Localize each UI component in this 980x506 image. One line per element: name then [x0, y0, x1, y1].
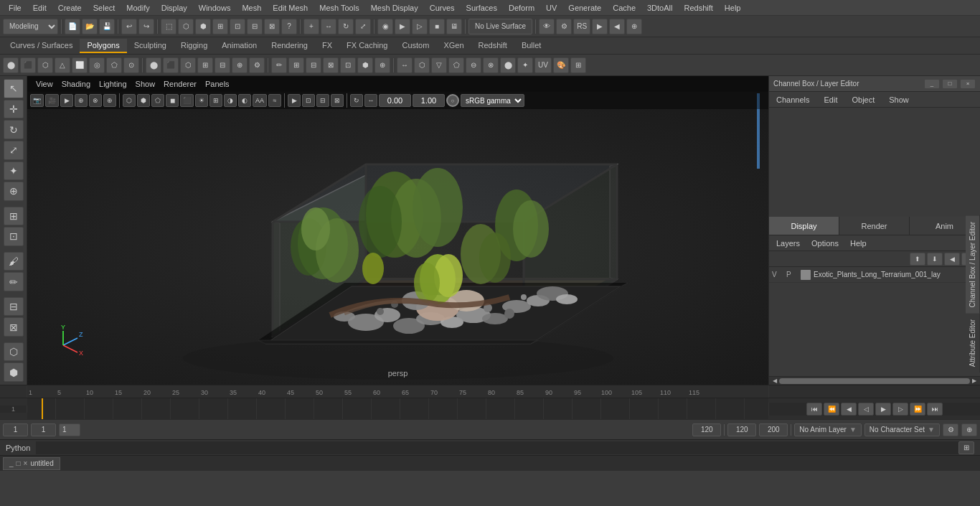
vp-wireframe-btn[interactable]: ⬡ [123, 94, 136, 107]
vp-light-btn[interactable]: ☀ [195, 94, 208, 107]
live-surface-indicator[interactable]: No Live Surface [468, 19, 532, 34]
snap-to-point[interactable]: ⊠ [264, 19, 280, 34]
cb-show-menu[interactable]: Show [885, 94, 913, 106]
char-set-select[interactable]: No Character Set ▼ [864, 423, 940, 436]
tab-custom[interactable]: Custom [395, 39, 437, 53]
tab-xgen[interactable]: XGen [436, 39, 471, 53]
show-hide-button[interactable]: 👁 [539, 19, 555, 34]
next-frame-button[interactable]: ⏩ [910, 403, 925, 416]
transfer-btn[interactable]: ⊞ [570, 57, 586, 73]
undo-button[interactable]: ↩ [121, 19, 137, 34]
scale-button[interactable]: ⤢ [355, 19, 371, 34]
layer-move-down-button[interactable]: ⬇ [927, 253, 943, 266]
menu-generate[interactable]: Generate [562, 2, 607, 14]
snap-to-grid[interactable]: ⊡ [230, 19, 245, 34]
connect-tool[interactable]: ⊞ [288, 57, 304, 73]
render-layer-left[interactable]: ⊠ [4, 317, 24, 337]
boolean-btn[interactable]: ⊖ [466, 57, 481, 73]
remesh-btn[interactable]: ⬠ [448, 57, 464, 73]
vp-cam-btn6[interactable]: ⊕ [103, 94, 116, 107]
poly-cube-button[interactable]: ⬛ [20, 57, 36, 73]
menu-mesh-tools[interactable]: Mesh Tools [314, 2, 364, 14]
cube-variant[interactable]: ⬛ [163, 57, 179, 73]
menu-mesh[interactable]: Mesh [236, 2, 267, 14]
vp-motion-btn[interactable]: ≈ [268, 94, 281, 107]
lasso-select-button[interactable]: ⬡ [178, 19, 194, 34]
go-to-start-button[interactable]: ⏮ [806, 403, 822, 416]
vp-renderer-menu[interactable]: Renderer [159, 78, 201, 90]
layer-move-up-button[interactable]: ⬆ [910, 253, 925, 266]
poly-cylinder-button[interactable]: ⬡ [37, 57, 53, 73]
bridge-tool[interactable]: ⊟ [306, 57, 321, 73]
window-tab-untitled[interactable]: _ □ × untitled [3, 457, 60, 470]
prev-frame-button[interactable]: ⏪ [824, 403, 839, 416]
tab-curves-surfaces[interactable]: Curves / Surfaces [3, 39, 80, 53]
display-layer-left[interactable]: ⊟ [4, 297, 24, 317]
move-button[interactable]: ↔ [321, 19, 336, 34]
vp-lighting-menu[interactable]: Lighting [95, 78, 131, 90]
menu-modify[interactable]: Modify [121, 2, 155, 14]
vp-smooth-btn[interactable]: ⬢ [137, 94, 150, 107]
status-settings-button[interactable]: ⚙ [943, 423, 958, 436]
range-end-input[interactable] [692, 423, 721, 436]
rotate-mode-button[interactable]: ↻ [4, 120, 24, 139]
menu-create[interactable]: Create [52, 2, 88, 14]
timeline-ruler[interactable]: 1 5 10 15 20 25 30 35 40 45 50 55 60 65 … [27, 385, 768, 398]
sculpt-btn[interactable]: ✦ [517, 57, 533, 73]
rs-btn4[interactable]: ⊕ [626, 19, 642, 34]
sphere-variant[interactable]: ⬤ [146, 57, 161, 73]
attribute-editor-vertical-tab[interactable]: Attribute Editor [966, 314, 980, 373]
poly-pipe-button[interactable]: ⊙ [123, 57, 139, 73]
display-tab[interactable]: Display [769, 217, 839, 235]
show-manip-button[interactable]: ⊞ [4, 207, 24, 226]
render-tab[interactable]: Render [839, 217, 910, 235]
tab-animation[interactable]: Animation [215, 39, 264, 53]
render-button[interactable]: ▶ [395, 19, 410, 34]
vp-panels-menu[interactable]: Panels [201, 78, 234, 90]
transform-button[interactable]: + [303, 19, 319, 34]
menu-3dtall[interactable]: 3DtoAll [641, 2, 678, 14]
vp-aa-btn[interactable]: AA [253, 94, 267, 107]
win-tab-restore[interactable]: □ [17, 459, 21, 467]
layers-help-menu[interactable]: Help [847, 238, 870, 249]
help-button[interactable]: ? [281, 19, 297, 34]
menu-redshift[interactable]: Redshift [678, 2, 718, 14]
right-panel-scrollbar-h[interactable]: ◀ ▶ [769, 376, 980, 385]
timeline-indicator[interactable] [42, 398, 43, 420]
viewport[interactable]: View Shading Lighting Show Renderer Pane… [27, 76, 768, 385]
go-to-end-button[interactable]: ⏭ [927, 403, 943, 416]
vp-show-menu[interactable]: Show [131, 78, 160, 90]
menu-edit-mesh[interactable]: Edit Mesh [267, 2, 314, 14]
menu-curves[interactable]: Curves [424, 2, 461, 14]
play-back-button[interactable]: ◁ [858, 403, 874, 416]
universal-manip-button[interactable]: ✦ [4, 161, 24, 181]
vp-rotate-btn[interactable]: ↻ [350, 94, 363, 107]
grid-toggle-button[interactable]: ⬢ [4, 362, 24, 382]
vp-safe-btn[interactable]: ⊠ [331, 94, 344, 107]
layers-menu[interactable]: Layers [773, 238, 803, 249]
vp-rotation-x-input[interactable] [379, 94, 411, 107]
menu-help[interactable]: Help [719, 2, 747, 14]
tab-bullet[interactable]: Bullet [514, 39, 549, 53]
merge-btn[interactable]: ⊕ [374, 57, 390, 73]
reduce-btn[interactable]: ▽ [431, 57, 447, 73]
snap-button[interactable]: ⊞ [212, 19, 228, 34]
scroll-left-button[interactable]: ◀ [771, 377, 779, 385]
win-tab-close[interactable]: × [24, 459, 28, 467]
cb-channels-menu[interactable]: Channels [772, 94, 814, 106]
vp-resolution-btn[interactable]: ⊡ [302, 94, 315, 107]
redo-button[interactable]: ↪ [138, 19, 154, 34]
tab-rendering[interactable]: Rendering [264, 39, 315, 53]
stop-render-button[interactable]: ■ [429, 19, 445, 34]
move-mode-button[interactable]: ✛ [4, 100, 24, 119]
menu-file[interactable]: File [3, 2, 27, 14]
bevel-btn[interactable]: ⬢ [357, 57, 373, 73]
fps-input[interactable] [759, 423, 788, 436]
win-tab-minimize[interactable]: _ [9, 459, 14, 467]
menu-deform[interactable]: Deform [503, 2, 540, 14]
tab-fx-caching[interactable]: FX Caching [339, 39, 395, 53]
anim-layer-select[interactable]: No Anim Layer ▼ [794, 423, 862, 436]
cb-object-menu[interactable]: Object [847, 94, 879, 106]
vp-shading-menu[interactable]: Shading [57, 78, 95, 90]
color-btn[interactable]: 🎨 [553, 57, 569, 73]
